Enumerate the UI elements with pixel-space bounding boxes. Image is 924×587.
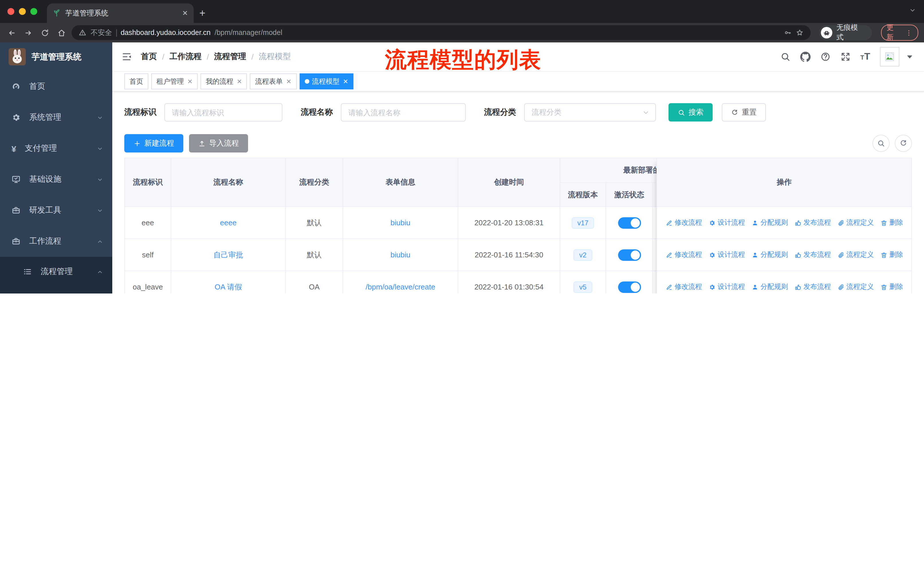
- tag-close-icon[interactable]: ✕: [343, 78, 348, 85]
- action-modify-link[interactable]: 修改流程: [665, 250, 702, 260]
- security-warning-icon[interactable]: [79, 29, 86, 37]
- browser-tabstrip: 芋道管理系统 ✕ +: [0, 0, 924, 23]
- cell-form-info: biubiu: [343, 207, 458, 239]
- action-delete-link[interactable]: 删除: [880, 282, 903, 292]
- sidebar-item-devtools[interactable]: 研发工具: [0, 195, 112, 226]
- form-info-link[interactable]: biubiu: [390, 218, 410, 227]
- tag-首页[interactable]: 首页: [124, 73, 148, 89]
- action-publish-link[interactable]: 发布流程: [794, 282, 831, 292]
- help-icon[interactable]: [820, 51, 831, 62]
- tag-close-icon[interactable]: ✕: [187, 78, 193, 85]
- action-assign-rule-link[interactable]: 分配规则: [751, 282, 788, 292]
- action-publish-link[interactable]: 发布流程: [794, 218, 831, 228]
- tag-租户管理[interactable]: 租户管理✕: [151, 73, 198, 89]
- address-bar[interactable]: 不安全 dashboard.yudao.iocoder.cn/bpm/manag…: [72, 25, 811, 40]
- window-minimize-button[interactable]: [19, 8, 26, 15]
- paperclip-icon: [837, 251, 844, 258]
- column-header: 创建时间: [458, 158, 560, 207]
- category-select[interactable]: 流程分类: [524, 103, 656, 122]
- font-size-icon[interactable]: TT: [860, 51, 870, 63]
- bookmark-star-icon[interactable]: [796, 29, 804, 37]
- process-name-link[interactable]: OA 请假: [214, 282, 242, 292]
- version-badge: v2: [573, 249, 592, 261]
- import-process-button[interactable]: 导入流程: [189, 134, 248, 152]
- search-button[interactable]: 搜索: [668, 103, 713, 122]
- tag-我的流程[interactable]: 我的流程✕: [201, 73, 247, 89]
- form-info-link[interactable]: biubiu: [390, 251, 410, 259]
- window-zoom-button[interactable]: [30, 8, 37, 15]
- browser-tab-title: 芋道管理系统: [65, 8, 108, 18]
- action-modify-link[interactable]: 修改流程: [665, 218, 702, 228]
- action-modify-link[interactable]: 修改流程: [665, 282, 702, 292]
- update-label[interactable]: 更新: [886, 23, 901, 42]
- github-icon[interactable]: [800, 51, 810, 62]
- forward-icon[interactable]: [22, 28, 35, 37]
- logo-avatar: [8, 48, 26, 65]
- action-delete-link[interactable]: 删除: [880, 218, 903, 228]
- active-toggle[interactable]: [618, 217, 641, 228]
- edit-icon: [665, 283, 672, 290]
- key-icon[interactable]: [784, 29, 792, 37]
- hamburger-icon[interactable]: [121, 51, 132, 62]
- filter-label: 流程分类: [484, 107, 516, 117]
- search-icon[interactable]: [780, 51, 790, 62]
- form-info-link[interactable]: /bpm/oa/leave/create: [366, 283, 436, 291]
- process-name-link[interactable]: eeee: [220, 218, 237, 227]
- action-delete-link[interactable]: 删除: [880, 250, 903, 260]
- active-toggle[interactable]: [618, 281, 641, 293]
- sidebar-item-infrastructure[interactable]: 基础设施: [0, 164, 112, 195]
- action-assign-rule-link[interactable]: 分配规则: [751, 218, 788, 228]
- browser-tab[interactable]: 芋道管理系统 ✕: [47, 3, 194, 23]
- tag-close-icon[interactable]: ✕: [237, 78, 242, 85]
- window-close-button[interactable]: [7, 8, 14, 15]
- tag-流程模型[interactable]: 流程模型✕: [299, 73, 353, 89]
- user-avatar[interactable]: [880, 47, 899, 66]
- security-label[interactable]: 不安全: [91, 28, 112, 38]
- process-name-link[interactable]: 自己审批: [213, 250, 243, 260]
- refresh-table-button[interactable]: [895, 135, 912, 152]
- process-name-input[interactable]: [341, 103, 466, 122]
- action-design-link[interactable]: 设计流程: [708, 218, 745, 228]
- action-definition-link[interactable]: 流程定义: [837, 218, 874, 228]
- process-key-input[interactable]: [164, 103, 282, 122]
- home-icon[interactable]: [55, 28, 68, 37]
- sidebar-item-workflow[interactable]: 工作流程: [0, 226, 112, 257]
- action-design-link[interactable]: 设计流程: [708, 282, 745, 292]
- sidebar-item-payment[interactable]: ¥支付管理: [0, 133, 112, 164]
- fullscreen-icon[interactable]: [840, 51, 851, 62]
- menu-dots-icon[interactable]: [905, 29, 912, 36]
- sidebar-item-process-management[interactable]: 流程管理: [0, 257, 112, 287]
- new-tab-button[interactable]: +: [200, 7, 205, 20]
- paperclip-icon: [837, 219, 844, 226]
- sidebar-item-process-form[interactable]: 流程表单: [0, 287, 112, 293]
- filter-label: 流程名称: [301, 107, 333, 117]
- action-design-link[interactable]: 设计流程: [708, 250, 745, 260]
- reload-icon[interactable]: [39, 28, 51, 37]
- thumb-up-icon: [794, 251, 801, 258]
- chevron-down-icon: [97, 176, 103, 183]
- browser-update-button[interactable]: 更新: [881, 25, 918, 41]
- action-publish-link[interactable]: 发布流程: [794, 250, 831, 260]
- action-label: 流程定义: [846, 250, 874, 260]
- action-assign-rule-link[interactable]: 分配规则: [751, 250, 788, 260]
- toggle-search-button[interactable]: [873, 135, 889, 152]
- tab-search-icon[interactable]: [909, 7, 916, 14]
- sidebar-item-system[interactable]: 系统管理: [0, 102, 112, 133]
- create-process-button[interactable]: 新建流程: [124, 134, 183, 152]
- breadcrumb-item[interactable]: 流程管理: [214, 51, 246, 62]
- sidebar-logo[interactable]: 芋道管理系统: [0, 42, 112, 71]
- sidebar-item-home[interactable]: 首页: [0, 71, 112, 102]
- tab-close-icon[interactable]: ✕: [182, 9, 188, 17]
- chevron-down-icon: [97, 114, 103, 121]
- breadcrumb-item[interactable]: 首页: [141, 51, 157, 62]
- active-toggle[interactable]: [618, 249, 641, 261]
- action-definition-link[interactable]: 流程定义: [837, 282, 874, 292]
- tag-流程表单[interactable]: 流程表单✕: [250, 73, 297, 89]
- caret-down-icon[interactable]: [904, 51, 915, 62]
- tag-close-icon[interactable]: ✕: [286, 78, 291, 85]
- refresh-icon: [731, 109, 738, 116]
- action-definition-link[interactable]: 流程定义: [837, 250, 874, 260]
- reset-button[interactable]: 重置: [722, 103, 766, 122]
- back-icon[interactable]: [6, 28, 18, 37]
- breadcrumb-item[interactable]: 工作流程: [170, 51, 201, 62]
